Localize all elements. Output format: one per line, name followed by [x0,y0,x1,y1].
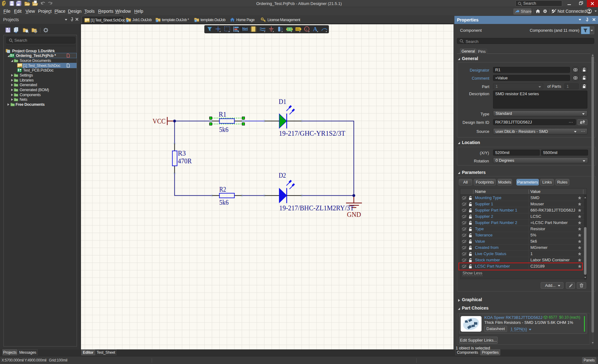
svg-text:5k6: 5k6 [219,198,229,206]
svg-text:Not Connected: Not Connected [558,9,586,14]
svg-text:VCC: VCC [153,117,166,125]
svg-text:D1: D1 [296,28,300,31]
svg-text:R1: R1 [219,110,226,118]
svg-text:5k6: 5k6 [219,125,229,133]
svg-text:Net: Net [242,27,248,30]
svg-text:A: A [313,26,317,32]
svg-text:19-217/BHC-ZL1M2RY/3T: 19-217/BHC-ZL1M2RY/3T [279,204,354,212]
svg-text:D2: D2 [279,171,286,179]
svg-text:470R: 470R [178,157,192,165]
svg-text:D1: D1 [279,97,287,105]
svg-text:GND: GND [347,210,361,218]
svg-text:R3: R3 [178,149,186,157]
svg-text:19-217/GHC-YR1S2/3T: 19-217/GHC-YR1S2/3T [279,129,345,137]
svg-text:R2: R2 [219,185,226,193]
svg-text:i: i [306,27,307,31]
